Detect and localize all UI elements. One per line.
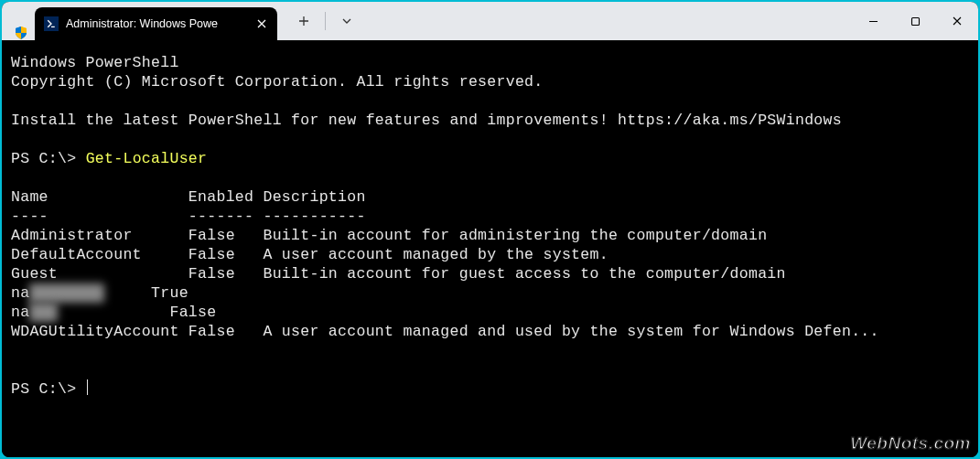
divider (325, 12, 326, 30)
prompt-2: PS C:\> (11, 380, 86, 398)
svg-rect-3 (911, 17, 919, 25)
table-row: DefaultAccount False A user account mana… (11, 246, 608, 263)
table-row: na███ False (11, 304, 216, 321)
banner-line-2: Copyright (C) Microsoft Corporation. All… (11, 73, 544, 91)
tab-actions (277, 2, 362, 40)
uac-shield-icon (7, 26, 35, 40)
terminal-window: Administrator: Windows Powe (2, 2, 978, 457)
minimize-button[interactable] (852, 2, 894, 40)
banner-line-1: Windows PowerShell (11, 54, 179, 71)
table-divider: ---- ------- ----------- (11, 208, 366, 225)
titlebar: Administrator: Windows Powe (2, 2, 978, 40)
powershell-icon (44, 16, 59, 31)
table-row: Administrator False Built-in account for… (11, 227, 767, 244)
active-tab[interactable]: Administrator: Windows Powe (35, 7, 277, 40)
table-row: Guest False Built-in account for guest a… (11, 265, 786, 283)
maximize-button[interactable] (894, 2, 936, 40)
titlebar-drag-area[interactable] (362, 2, 852, 40)
tab-strip: Administrator: Windows Powe (2, 2, 277, 40)
watermark: WebNots.com (850, 433, 971, 454)
command-text: Get-LocalUser (86, 150, 208, 167)
tab-close-button[interactable] (253, 16, 270, 32)
tab-title: Administrator: Windows Powe (66, 17, 246, 30)
install-hint: Install the latest PowerShell for new fe… (11, 112, 842, 129)
window-controls (852, 2, 978, 40)
new-tab-button[interactable] (288, 7, 319, 35)
table-row: WDAGUtilityAccount False A user account … (11, 323, 879, 340)
terminal-body[interactable]: Windows PowerShell Copyright (C) Microso… (2, 40, 978, 457)
table-header: Name Enabled Description (11, 188, 366, 206)
prompt-1: PS C:\> (11, 150, 86, 167)
cursor (87, 379, 88, 395)
redacted-text: ███ (29, 303, 58, 322)
tab-dropdown-button[interactable] (331, 7, 362, 35)
redacted-text: ████████ (29, 283, 104, 303)
close-button[interactable] (936, 2, 978, 40)
table-row: na████████ True (11, 284, 188, 302)
